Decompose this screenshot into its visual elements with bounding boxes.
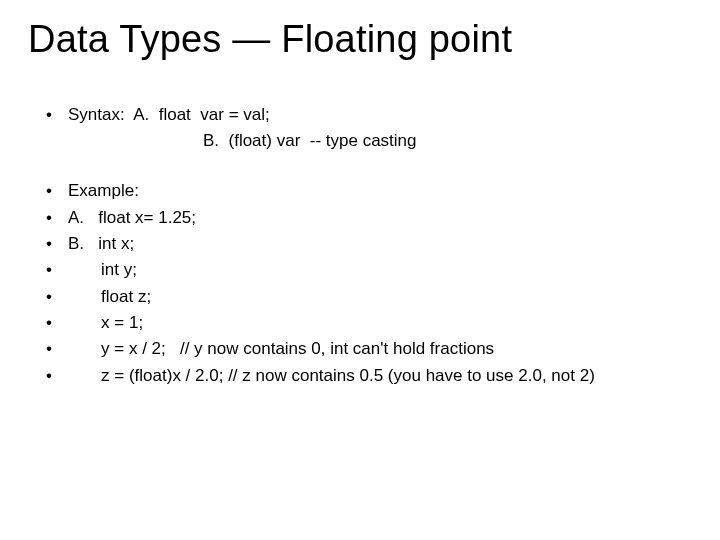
spacer	[28, 154, 692, 178]
bullet-list: Syntax: A. float var = val;	[28, 102, 692, 128]
syntax-sub: B. (float) var -- type casting	[28, 128, 692, 154]
example-l5: z = (float)x / 2.0; // z now contains 0.…	[28, 363, 692, 389]
example-a: A. float x= 1.25;	[28, 205, 692, 231]
example-l4: y = x / 2; // y now contains 0, int can'…	[28, 336, 692, 362]
example-l3: x = 1;	[28, 310, 692, 336]
slide-title: Data Types — Floating point	[28, 18, 692, 62]
example-l2: float z;	[28, 284, 692, 310]
slide: Data Types — Floating point Syntax: A. f…	[0, 0, 720, 540]
example-l1: int y;	[28, 257, 692, 283]
example-b: B. int x;	[28, 231, 692, 257]
example-list: Example: A. float x= 1.25; B. int x; int…	[28, 178, 692, 389]
syntax-line: Syntax: A. float var = val;	[28, 102, 692, 128]
example-head: Example:	[28, 178, 692, 204]
